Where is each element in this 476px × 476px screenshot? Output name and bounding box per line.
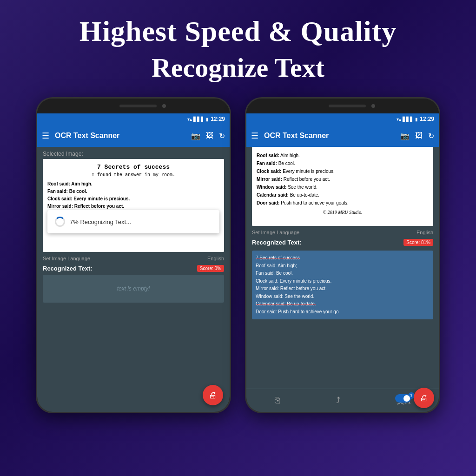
headline-line1: Highest Speed & Quality bbox=[79, 14, 397, 48]
phone2-speaker bbox=[329, 105, 366, 107]
phone1-score-badge: Score: 0% bbox=[197, 265, 224, 272]
share-icon[interactable]: ⤴ bbox=[336, 396, 340, 405]
phone2: ▾▴ ▋▋▋ ▮ 12:29 ☰ OCR Text Scanner 📷 🖼 ↻ … bbox=[245, 97, 440, 413]
phone1-speaker bbox=[119, 105, 157, 107]
phone2-score-badge: Score: 81% bbox=[403, 239, 433, 246]
mirror-bold: Mirror said: Reflect before you act. bbox=[47, 204, 124, 209]
phone1-app-bar: ☰ OCR Text Scanner 📷 🖼 ↻ bbox=[37, 125, 230, 147]
toggle-switch[interactable] bbox=[395, 394, 411, 403]
phone1-status-icons: ▾▴ ▋▋▋ ▮ bbox=[187, 117, 209, 122]
recognized-line-3: Clock said: Every minute is precious. bbox=[256, 278, 430, 285]
image-preview-title: 7 Secrets of success bbox=[47, 164, 219, 171]
phone2-status-icons: ▾▴ ▋▋▋ ▮ bbox=[397, 117, 418, 122]
spinner bbox=[55, 217, 65, 227]
phone2-app-title: OCR Text Scanner bbox=[264, 132, 400, 140]
headline: Highest Speed & Quality Recognize Text bbox=[79, 14, 397, 83]
phone2-language-value[interactable]: English bbox=[416, 230, 433, 235]
phone1: ▾▴ ▋▋▋ ▮ 12:29 ☰ OCR Text Scanner 📷 🖼 ↻ … bbox=[36, 97, 231, 413]
phone1-recognized-header: Recognized Text: Score: 0% bbox=[43, 265, 224, 272]
camera-icon2[interactable]: 📷 bbox=[400, 132, 410, 140]
menu-icon2[interactable]: ☰ bbox=[251, 131, 258, 141]
phone1-time: 12:29 bbox=[211, 116, 225, 122]
clock-bold: Clock said: Every minute is precious. bbox=[47, 196, 130, 201]
phone2-fab[interactable]: 🖨 bbox=[414, 388, 434, 408]
recognized-line-2: Fan said: Be cool. bbox=[256, 270, 430, 278]
phone1-language-label: Set Image Language bbox=[43, 256, 90, 261]
camera-icon[interactable]: 📷 bbox=[191, 132, 200, 140]
phone1-app-title: OCR Text Scanner bbox=[55, 132, 191, 140]
phone2-time: 12:29 bbox=[420, 116, 434, 122]
phone2-status-bar: ▾▴ ▋▋▋ ▮ 12:29 bbox=[246, 113, 439, 125]
recognizing-text: 7% Recognizing Text... bbox=[70, 218, 131, 225]
phone1-recognized-text-box: text is empty! bbox=[43, 275, 224, 303]
selected-image-label: Selected Image: bbox=[37, 147, 230, 159]
phone1-recognized-label: Recognized Text: bbox=[43, 265, 93, 272]
phone1-top-bar bbox=[37, 99, 230, 113]
recognized-line-7: Door said: Push hard to achieve your go bbox=[256, 308, 430, 316]
phone1-language-value[interactable]: English bbox=[207, 256, 224, 261]
phone2-recognized-label: Recognized Text: bbox=[252, 239, 302, 246]
headline-line2: Recognize Text bbox=[79, 52, 397, 83]
phone2-recognized-header-wrap: Recognized Text: Score: 81% bbox=[246, 239, 439, 251]
battery-icon2: ▮ bbox=[415, 117, 418, 122]
phone2-app-bar: ☰ OCR Text Scanner 📷 🖼 ↻ bbox=[246, 125, 439, 147]
refresh-icon2[interactable]: ↻ bbox=[428, 132, 434, 140]
phones-container: ▾▴ ▋▋▋ ▮ 12:29 ☰ OCR Text Scanner 📷 🖼 ↻ … bbox=[0, 97, 476, 413]
recognized-line-6: Calendar said: Be up-toidate. bbox=[256, 300, 430, 308]
phone2-action-icons: 📷 🖼 ↻ bbox=[400, 132, 434, 140]
phone1-camera bbox=[162, 104, 166, 108]
phone2-image-result: Roof said: Aim high. Fan said: Be cool. … bbox=[252, 147, 433, 226]
r-clock: Clock said: bbox=[257, 169, 281, 174]
recognizing-overlay: 7% Recognizing Text... bbox=[47, 210, 219, 233]
phone2-recognized-body: 7 Sec rets of success Roof said: Aim hig… bbox=[246, 251, 439, 389]
recognized-line-0: 7 Sec rets of success bbox=[256, 254, 430, 262]
toggle-thumb bbox=[403, 395, 410, 402]
phone1-empty-text: text is empty! bbox=[117, 285, 150, 292]
r-fan: Fan said: bbox=[257, 161, 277, 166]
phone2-camera bbox=[371, 104, 375, 108]
phone1-action-icons: 📷 🖼 ↻ bbox=[191, 132, 225, 140]
r-roof: Roof said: bbox=[257, 153, 279, 158]
recognized-line-1: Roof said: Aim high; bbox=[256, 262, 430, 270]
signal-icon2: ▋▋▋ bbox=[403, 117, 414, 122]
phone2-language-label: Set Image Language bbox=[252, 230, 299, 235]
phone1-image-preview: 7 Secrets of success I found the answer … bbox=[43, 159, 224, 252]
phone2-recognized-text-box: 7 Sec rets of success Roof said: Aim hig… bbox=[252, 251, 433, 319]
menu-icon[interactable]: ☰ bbox=[42, 131, 49, 141]
fan-bold: Fan said: Be cool. bbox=[47, 189, 87, 194]
phone2-content: Roof said: Aim high. Fan said: Be cool. … bbox=[246, 147, 439, 412]
phone2-copyright: © 2019 MRU Studio. bbox=[257, 210, 429, 215]
phone1-content: Selected Image: 7 Secrets of success I f… bbox=[37, 147, 230, 412]
image-icon2[interactable]: 🖼 bbox=[415, 132, 423, 140]
phone1-language-row: Set Image Language English bbox=[37, 252, 230, 265]
r-calendar: Calendar said: bbox=[257, 192, 289, 198]
signal-icon: ▋▋▋ bbox=[193, 117, 205, 122]
r-door: Door said: bbox=[257, 200, 279, 205]
phone1-status-bar: ▾▴ ▋▋▋ ▮ 12:29 bbox=[37, 113, 230, 125]
phone2-recognized-header: Recognized Text: Score: 81% bbox=[252, 239, 433, 246]
battery-icon: ▮ bbox=[206, 117, 209, 122]
r-mirror: Mirror said: bbox=[257, 177, 282, 182]
wifi-icon: ▾▴ bbox=[187, 117, 192, 122]
r-window: Window said: bbox=[257, 185, 286, 190]
roof-bold: Roof said: Aim high. bbox=[47, 181, 93, 186]
refresh-icon[interactable]: ↻ bbox=[219, 132, 225, 140]
phone1-recognized-section: Recognized Text: Score: 0% text is empty… bbox=[37, 265, 230, 412]
phone2-bottom-bar: ⎘ ⤴ 文A 3 🖨 bbox=[246, 389, 439, 412]
copy-icon[interactable]: ⎘ bbox=[275, 396, 280, 405]
recognized-line-5: Window said: See the world. bbox=[256, 293, 430, 301]
phone2-top-bar bbox=[246, 99, 439, 113]
image-icon[interactable]: 🖼 bbox=[206, 132, 213, 140]
toggle-track[interactable] bbox=[395, 394, 411, 403]
phone2-result-text: Roof said: Aim high. Fan said: Be cool. … bbox=[257, 152, 429, 207]
image-preview-subtitle: I found the answer in my room. bbox=[47, 172, 219, 178]
recognized-line-4: Mirror said: Reflect before you act. bbox=[256, 285, 430, 293]
wifi-icon2: ▾▴ bbox=[397, 117, 401, 122]
phone2-language-row: Set Image Language English bbox=[246, 226, 439, 239]
